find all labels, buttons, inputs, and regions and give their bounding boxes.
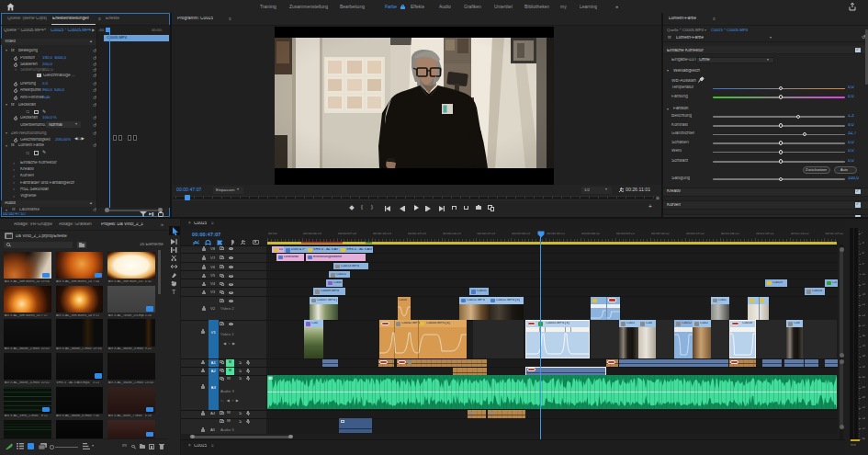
svg-text:T: T [172,289,176,295]
